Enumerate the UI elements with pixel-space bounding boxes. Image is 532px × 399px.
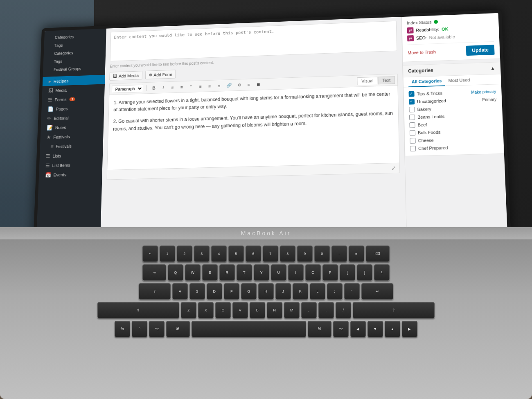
beans-lentils-checkbox[interactable] [409,115,415,120]
update-button[interactable]: Update [466,45,495,56]
key-z[interactable]: Z [181,302,196,318]
key-q[interactable]: Q [168,264,183,281]
key-space[interactable] [192,321,306,337]
sidebar-item-festival-groups[interactable]: Festival Groups [43,64,105,74]
key-0[interactable]: 0 [314,246,330,262]
key-quote[interactable]: ' [344,283,360,300]
tab-most-used[interactable]: Most Used [445,75,473,86]
key-o[interactable]: O [305,264,321,281]
key-backslash[interactable]: \ [374,264,390,281]
add-form-button[interactable]: ⊕ Add Form [145,70,176,79]
key-w[interactable]: W [185,264,201,281]
visual-tab[interactable]: Visual [357,77,378,85]
key-slash[interactable]: / [336,302,351,318]
blockquote-button[interactable]: " [187,83,195,90]
key-1[interactable]: 1 [160,246,175,262]
key-backspace[interactable]: ⌫ [366,246,390,262]
key-a[interactable]: A [172,283,188,300]
key-d[interactable]: D [207,283,222,300]
key-minus[interactable]: - [331,246,347,262]
key-v[interactable]: V [232,302,248,318]
key-shift-left[interactable]: ⇧ [97,302,179,318]
key-arrow-left[interactable]: ◀ [350,321,366,337]
key-6[interactable]: 6 [246,246,261,262]
excerpt-textarea[interactable] [110,21,397,61]
key-period[interactable]: . [318,302,334,318]
uncategorized-checkbox[interactable] [409,99,415,105]
key-4[interactable]: 4 [211,246,227,262]
key-fn[interactable]: fn [115,321,130,337]
key-arrow-down[interactable]: ▼ [367,321,383,337]
make-primary-link[interactable]: Make primary [471,89,496,94]
unlink-button[interactable]: ⊘ [235,81,243,89]
key-g[interactable]: G [241,283,257,300]
more-button[interactable]: ◼ [254,80,262,88]
key-semicolon[interactable]: ; [327,283,343,300]
align-right-button[interactable]: ≡ [215,82,223,90]
key-cmd-left[interactable]: ⌘ [166,321,190,337]
key-8[interactable]: 8 [280,246,295,262]
key-e[interactable]: E [202,264,218,281]
paragraph-select[interactable]: Paragraph [112,84,143,93]
key-l[interactable]: L [310,283,325,300]
key-b[interactable]: B [250,302,265,318]
text-tab[interactable]: Text [378,76,395,84]
key-s[interactable]: S [189,283,205,300]
ul-button[interactable]: ≡ [177,83,186,91]
tab-all-categories[interactable]: All Categories [408,76,445,87]
key-alt-right[interactable]: ⌥ [333,321,349,337]
key-2[interactable]: 2 [177,246,192,262]
table-button[interactable]: ≡ [244,81,253,88]
key-arrow-right[interactable]: ▶ [402,321,417,337]
key-j[interactable]: J [275,283,291,300]
align-center-button[interactable]: ≡ [205,82,214,90]
key-tab[interactable]: ⇥ [142,264,166,281]
align-left-button[interactable]: ≡ [196,82,205,90]
key-y[interactable]: Y [254,264,269,281]
key-shift-right[interactable]: ⇧ [353,302,435,318]
key-5[interactable]: 5 [228,246,244,262]
key-t[interactable]: T [237,264,252,281]
expand-button[interactable]: ⤢ [391,165,396,171]
key-h[interactable]: H [258,283,274,300]
chef-prepared-checkbox[interactable] [410,146,416,151]
key-lbracket[interactable]: [ [340,264,355,281]
key-7[interactable]: 7 [263,246,278,262]
key-comma[interactable]: , [301,302,317,318]
key-return[interactable]: ↩ [361,283,393,300]
add-media-button[interactable]: 🖼 Add Media [109,71,142,81]
bulk-foods-checkbox[interactable] [410,130,415,136]
bakery-checkbox[interactable] [409,107,415,113]
sidebar-item-events[interactable]: 📅 Events [39,169,102,180]
key-c[interactable]: C [215,302,231,318]
link-button[interactable]: 🔗 [224,81,234,89]
italic-button[interactable]: I [159,83,167,91]
key-f[interactable]: F [224,283,239,300]
key-3[interactable]: 3 [194,246,210,262]
move-to-trash-link[interactable]: Move to Trash [408,50,436,55]
key-rbracket[interactable]: ] [357,264,372,281]
key-r[interactable]: R [219,264,235,281]
categories-collapse-icon[interactable]: ▲ [490,65,496,71]
key-equals[interactable]: = [349,246,364,262]
editor-content[interactable]: 1. Arrange your selected flowers in a ti… [107,85,400,170]
key-u[interactable]: U [271,264,286,281]
key-alt-left[interactable]: ⌥ [149,321,165,337]
key-k[interactable]: K [293,283,308,300]
bold-button[interactable]: B [150,84,158,92]
strikethrough-button[interactable]: ≡ [168,83,177,91]
key-capslock[interactable]: ⇪ [139,283,171,300]
key-tilde[interactable]: ~ [142,246,158,262]
key-n[interactable]: N [267,302,282,318]
key-arrow-up[interactable]: ▲ [385,321,400,337]
key-x[interactable]: X [198,302,214,318]
beef-checkbox[interactable] [409,122,415,128]
key-9[interactable]: 9 [297,246,313,262]
key-ctrl[interactable]: ⌃ [132,321,147,337]
key-cmd-right[interactable]: ⌘ [308,321,331,337]
key-i[interactable]: I [288,264,304,281]
key-m[interactable]: M [284,302,300,318]
tips-tricks-checkbox[interactable] [408,91,414,97]
cheese-checkbox[interactable] [410,138,415,144]
key-p[interactable]: P [322,264,338,281]
